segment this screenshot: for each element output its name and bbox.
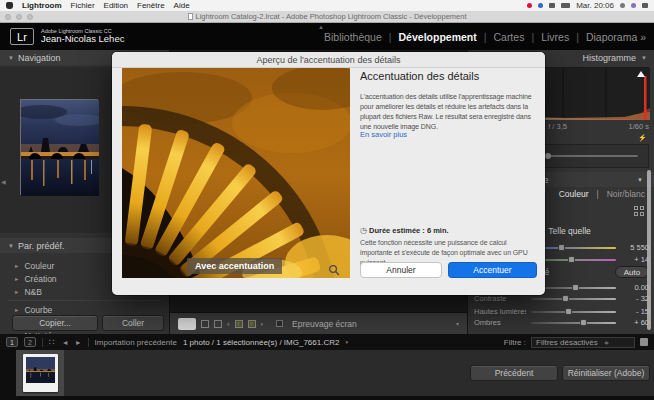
identity-plate: Adobe Lightroom Classic CC Jean-Nicolas … — [41, 28, 124, 44]
slider-thumb[interactable] — [565, 308, 572, 315]
slider-value[interactable]: - 32 — [621, 294, 649, 303]
slider-value[interactable]: + 60 — [621, 318, 649, 327]
enhance-preview-image[interactable]: Avec accentuation — [122, 68, 350, 278]
tab-couleur[interactable]: Couleur — [559, 189, 589, 199]
magnifier-icon[interactable] — [328, 264, 340, 276]
module-developpement[interactable]: Développement — [399, 31, 477, 43]
slider-ombres: Ombres + 60 — [474, 317, 649, 328]
split-view-yy-icon[interactable]: Y — [248, 320, 256, 328]
soft-proof-checkbox[interactable] — [276, 320, 283, 327]
slider-track[interactable] — [531, 298, 616, 300]
slider-value[interactable]: 5 550 — [621, 243, 649, 252]
menu-item-fichier[interactable]: Fichier — [71, 1, 95, 10]
chevron-down-icon: ▼ — [637, 177, 643, 183]
learn-more-link[interactable]: En savoir plus — [360, 130, 407, 139]
menu-item-fenetre[interactable]: Fenêtre — [137, 1, 165, 10]
menubar-clock[interactable]: Mar. 20:06 — [576, 1, 614, 10]
chevron-down-icon[interactable]: ▾ — [227, 321, 230, 327]
navigator-thumbnail[interactable] — [20, 99, 98, 195]
siri-icon[interactable] — [631, 3, 636, 8]
module-livres[interactable]: Livres — [541, 31, 569, 43]
toolbar-options-chevron-icon[interactable]: ▾ — [456, 320, 459, 327]
wb-value[interactable]: Telle quelle — [548, 226, 591, 236]
slider-hautes-lumieres: Hautes lumières - 15 — [474, 306, 649, 317]
filter-lock-icon[interactable] — [640, 338, 648, 346]
slider-value[interactable]: 0.00 — [621, 283, 649, 292]
updown-chevron-icon: ≑ — [604, 339, 609, 346]
menu-item-edition[interactable]: Edition — [104, 1, 128, 10]
module-cartes[interactable]: Cartes — [493, 31, 524, 43]
chevron-down-icon[interactable]: ▾ — [261, 321, 264, 327]
slider-track[interactable] — [531, 311, 616, 313]
slider-thumb[interactable] — [558, 244, 565, 251]
preview-state-label: Avec accentuation — [187, 258, 282, 274]
clock-icon: ◷ — [360, 226, 367, 235]
module-separator: | — [389, 31, 392, 43]
before-after-left-icon[interactable] — [201, 320, 209, 328]
source-label[interactable]: Importation précédente — [95, 338, 177, 347]
histogram-title: Histogramme — [583, 53, 637, 63]
slider-track[interactable] — [531, 322, 616, 324]
divider — [8, 300, 162, 301]
menu-item-aide[interactable]: Aide — [174, 1, 190, 10]
document-icon — [188, 13, 193, 20]
bluetooth-status-icon[interactable] — [538, 3, 543, 8]
slider-value[interactable]: - 15 — [621, 307, 649, 316]
module-diaporama[interactable]: Diaporama » — [586, 31, 646, 43]
loupe-view-icon[interactable] — [178, 318, 196, 330]
profile-browser-icon[interactable] — [634, 206, 645, 217]
filter-area: Filtre : Filtres désactivés ≑ — [504, 337, 648, 348]
record-status-icon[interactable] — [527, 3, 532, 8]
user-name-label: Jean-Nicolas Lehec — [41, 34, 124, 44]
battery-icon[interactable] — [561, 3, 570, 8]
reset-button[interactable]: Réinitialiser (Adobe) — [562, 365, 650, 381]
before-after-right-icon[interactable] — [214, 320, 222, 328]
notification-center-icon[interactable] — [642, 3, 648, 8]
left-panel-collapse-icon[interactable]: ◀ — [1, 178, 6, 185]
previous-button[interactable]: Précédent — [470, 365, 558, 381]
slider-value[interactable]: + 14 — [621, 255, 649, 264]
menu-item-lightroom[interactable]: Lightroom — [22, 1, 62, 10]
module-bibliotheque[interactable]: Bibliothèque — [324, 31, 382, 43]
slider-thumb[interactable] — [572, 284, 579, 291]
auto-tone-button[interactable]: Auto — [615, 266, 649, 278]
apple-menu-icon[interactable] — [6, 2, 13, 9]
second-window-button[interactable]: 2 — [24, 337, 36, 347]
spotlight-icon[interactable] — [620, 3, 625, 8]
preset-label: Création — [24, 274, 56, 284]
wifi-icon[interactable] — [549, 3, 555, 8]
filmstrip-bottom-edge — [0, 396, 654, 400]
copy-settings-button[interactable]: Copier... — [12, 315, 98, 331]
chevron-right-icon: ► — [14, 307, 19, 313]
slider-thumb[interactable] — [580, 319, 587, 326]
selection-label[interactable]: 1 photo / 1 sélectionnée(s) / IMG_7661.C… — [183, 338, 340, 347]
chevron-down-icon[interactable]: ▾ — [345, 339, 348, 345]
lightroom-header: Lr Adobe Lightroom Classic CC Jean-Nicol… — [0, 23, 654, 50]
slider-thumb[interactable] — [562, 295, 569, 302]
filter-dropdown[interactable]: Filtres désactivés ≑ — [531, 337, 635, 348]
next-photo-icon[interactable]: ► — [75, 339, 82, 346]
paste-settings-button[interactable]: Coller — [102, 315, 164, 331]
window-titlebar: Lightroom Catalog-2.lrcat - Adobe Photos… — [0, 11, 654, 23]
filter-label: Filtre : — [504, 338, 526, 347]
enhance-button[interactable]: Accentuer — [448, 262, 537, 278]
top-panel-collapse-icon[interactable]: ▲ — [318, 24, 324, 30]
dialog-content: Accentuation des détails L'accentuation … — [360, 68, 537, 278]
grid-view-icon[interactable]: ∷ — [49, 337, 56, 347]
tab-noir-blanc[interactable]: Noir/blanc — [607, 189, 645, 199]
main-window-button[interactable]: 1 — [6, 337, 18, 347]
cancel-button[interactable]: Annuler — [360, 262, 442, 278]
presets-title: Par. prédéf. — [18, 241, 65, 251]
aperture-label: f / 3,5 — [548, 122, 567, 131]
previous-photo-icon[interactable]: ◄ — [62, 339, 69, 346]
split-view-y-icon[interactable]: Y — [235, 320, 243, 328]
dialog-heading: Accentuation des détails — [360, 70, 479, 82]
soft-proof-label: Epreuvage écran — [292, 319, 357, 329]
module-separator: | — [576, 31, 579, 43]
shutter-label: 1/60 s — [629, 122, 649, 131]
slider-thumb[interactable] — [568, 256, 575, 263]
filmstrip-thumbnail[interactable] — [23, 354, 58, 392]
module-separator: | — [484, 31, 487, 43]
right-panel-scrollbar[interactable] — [647, 170, 651, 330]
navigation-title: Navigation — [18, 53, 61, 63]
